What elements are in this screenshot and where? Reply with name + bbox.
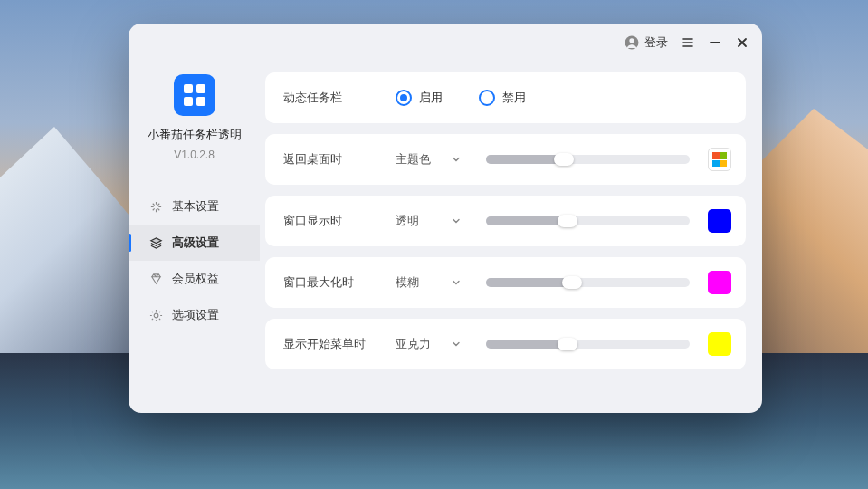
setting-row-window: 窗口显示时 透明 — [265, 196, 746, 246]
diamond-icon — [148, 272, 163, 286]
dynamic-taskbar-label: 动态任务栏 — [283, 90, 374, 106]
row-label: 返回桌面时 — [283, 151, 374, 168]
svg-rect-5 — [196, 97, 205, 106]
svg-rect-2 — [184, 84, 193, 93]
slider-fill — [486, 340, 568, 349]
slider-fill — [486, 155, 564, 164]
nav-options[interactable]: 选项设置 — [129, 297, 260, 333]
svg-point-1 — [629, 38, 634, 43]
close-button[interactable] — [735, 35, 749, 50]
slider-thumb[interactable] — [554, 153, 574, 166]
radio-circle-icon — [396, 90, 412, 106]
setting-row-start-menu: 显示开始菜单时 亚克力 — [265, 319, 746, 369]
slider-thumb[interactable] — [562, 276, 582, 289]
nav-label: 会员权益 — [172, 271, 219, 287]
dropdown-value: 亚克力 — [396, 336, 431, 352]
svg-rect-4 — [184, 97, 193, 106]
nav-label: 基本设置 — [172, 198, 219, 215]
nav-list: 基本设置 高级设置 会员权益 — [129, 188, 260, 333]
nav-membership[interactable]: 会员权益 — [129, 261, 260, 297]
opacity-slider[interactable] — [486, 340, 690, 349]
layers-icon — [148, 235, 163, 250]
color-swatch[interactable] — [708, 271, 731, 294]
menu-button[interactable] — [681, 35, 695, 50]
color-swatch[interactable] — [708, 209, 731, 233]
app-version: V1.0.2.8 — [174, 149, 215, 161]
slider-fill — [486, 278, 572, 287]
slider-thumb[interactable] — [558, 338, 577, 350]
content-area: 动态任务栏 启用 禁用 返回桌面时 主题色 — [260, 62, 762, 413]
dynamic-taskbar-card: 动态任务栏 启用 禁用 — [265, 72, 746, 123]
chevron-down-icon — [452, 276, 461, 290]
sidebar: 小番茄任务栏透明 V1.0.2.8 基本设置 高级设置 — [129, 62, 260, 413]
app-logo — [174, 74, 215, 116]
nav-label: 选项设置 — [172, 307, 219, 323]
nav-basic-settings[interactable]: 基本设置 — [129, 188, 260, 225]
mode-dropdown[interactable]: 模糊 — [386, 269, 468, 296]
radio-disable-label: 禁用 — [502, 90, 526, 106]
slider-thumb[interactable] — [558, 215, 577, 227]
opacity-slider[interactable] — [486, 155, 690, 164]
radio-disable[interactable]: 禁用 — [479, 90, 526, 106]
dynamic-taskbar-radio-group: 启用 禁用 — [396, 90, 526, 106]
sparkle-icon — [148, 199, 163, 214]
row-label: 窗口显示时 — [283, 213, 374, 229]
mode-dropdown[interactable]: 透明 — [386, 207, 468, 235]
setting-row-desktop: 返回桌面时 主题色 — [265, 134, 746, 185]
app-window: 登录 小番茄任务栏透明 V1.0.2.8 — [129, 24, 762, 413]
row-label: 窗口最大化时 — [283, 274, 374, 291]
radio-enable-label: 启用 — [419, 90, 443, 106]
color-swatch-ms[interactable] — [708, 148, 731, 171]
svg-rect-3 — [196, 84, 205, 93]
user-icon — [624, 34, 640, 51]
dropdown-value: 模糊 — [396, 274, 419, 291]
chevron-down-icon — [452, 153, 461, 167]
color-swatch[interactable] — [708, 332, 731, 356]
setting-row-maximized: 窗口最大化时 模糊 — [265, 257, 746, 308]
chevron-down-icon — [452, 338, 461, 351]
minimize-button[interactable] — [708, 35, 722, 50]
slider-fill — [486, 216, 568, 225]
opacity-slider[interactable] — [486, 216, 690, 225]
radio-circle-icon — [479, 90, 495, 106]
login-label: 登录 — [644, 34, 668, 51]
microsoft-icon — [712, 152, 727, 167]
dropdown-value: 主题色 — [396, 151, 431, 168]
radio-enable[interactable]: 启用 — [396, 90, 443, 106]
gear-icon — [148, 308, 163, 322]
row-label: 显示开始菜单时 — [283, 336, 374, 352]
nav-label: 高级设置 — [172, 235, 219, 251]
dropdown-value: 透明 — [396, 213, 419, 229]
svg-point-6 — [154, 313, 158, 318]
chevron-down-icon — [452, 215, 461, 228]
mode-dropdown[interactable]: 主题色 — [386, 146, 468, 173]
nav-advanced-settings[interactable]: 高级设置 — [129, 225, 260, 261]
opacity-slider[interactable] — [486, 278, 690, 287]
mode-dropdown[interactable]: 亚克力 — [386, 331, 468, 358]
app-name: 小番茄任务栏透明 — [148, 127, 242, 143]
login-button[interactable]: 登录 — [624, 34, 668, 51]
titlebar: 登录 — [129, 24, 762, 62]
